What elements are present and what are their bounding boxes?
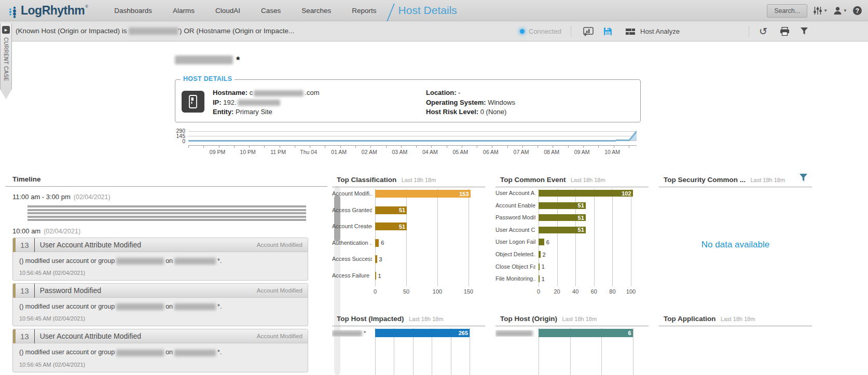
bar[interactable] xyxy=(539,263,540,270)
bar[interactable]: 102 xyxy=(539,190,633,197)
label-suffix: * xyxy=(362,330,366,336)
bar[interactable] xyxy=(539,239,544,245)
panel-title: Top Classification xyxy=(337,176,396,184)
bar[interactable]: 51 xyxy=(539,227,586,233)
y-axis-label: 0 xyxy=(182,138,185,144)
description-text: on xyxy=(166,257,173,265)
event-card[interactable]: 13User Account Attribute ModifiedAccount… xyxy=(12,329,308,372)
event-classification: Account Modified xyxy=(257,287,302,294)
nav-item-cloudai[interactable]: CloudAI xyxy=(215,7,240,15)
print-icon[interactable] xyxy=(780,21,790,41)
gridline xyxy=(594,189,595,286)
host-fields-left: Hostname: c.comIP: 192.Entity: Primary S… xyxy=(213,88,319,117)
nav-item-alarms[interactable]: Alarms xyxy=(173,7,195,15)
bar-category-label: * xyxy=(332,330,372,337)
event-title: Password Modified xyxy=(40,286,257,295)
add-chart-icon[interactable] xyxy=(583,21,594,41)
nav-item-searches[interactable]: Searches xyxy=(301,7,331,15)
top-classification-panel: Top Classification Last 18h 18m 05010015… xyxy=(332,171,485,306)
axis-tick xyxy=(386,146,387,148)
host-field: Host Risk Level: 0 (None) xyxy=(426,107,515,117)
current-case-tab[interactable]: ▶ CURRENT CASE xyxy=(0,23,12,99)
event-card[interactable]: 13User Account Attribute ModifiedAccount… xyxy=(12,238,308,281)
filter-funnel-icon[interactable] xyxy=(801,21,808,41)
bar-category-label: User Logon Fail... xyxy=(495,239,535,245)
field-value: - xyxy=(457,89,461,96)
layout-grid-icon xyxy=(626,28,636,35)
expand-icon[interactable]: ▶ xyxy=(2,26,10,34)
nav-item-dashboards[interactable]: Dashboards xyxy=(114,7,152,15)
panel-title: Top Common Event xyxy=(500,176,566,184)
axis-tick xyxy=(264,146,265,148)
user-menu-icon[interactable]: ▼ xyxy=(833,6,847,15)
group-time: 11:00 am - 3:00 pm xyxy=(12,193,71,201)
title-divider xyxy=(387,4,395,21)
page-title: Host Details xyxy=(398,4,457,17)
event-card-header: 13User Account Attribute ModifiedAccount… xyxy=(13,238,308,252)
axis-tick xyxy=(507,146,508,148)
bar[interactable]: 51 xyxy=(375,206,407,214)
panel-header: Top Host (Impacted) Last 18h 18m xyxy=(332,310,485,326)
axis-tick xyxy=(522,146,523,148)
redacted-text xyxy=(174,258,216,265)
event-description: () modified user account or groupon*. xyxy=(19,257,301,265)
field-label: Entity: xyxy=(213,108,233,116)
axis-tick xyxy=(280,146,280,148)
event-stripe xyxy=(27,219,306,221)
y-axis-label: 290 xyxy=(176,128,185,133)
redacted-text xyxy=(254,90,304,96)
nav-item-reports[interactable]: Reports xyxy=(352,7,376,15)
bar[interactable]: 51 xyxy=(539,202,586,209)
event-stripe xyxy=(27,212,306,214)
search-button[interactable]: Search... xyxy=(767,4,807,18)
top-nav-actions: Search... ▼ ▼ ? xyxy=(767,0,862,21)
event-timestamp: 10:56:45 AM (02/04/2021) xyxy=(19,270,301,276)
preferences-sliders-icon[interactable]: ▼ xyxy=(813,6,828,15)
collapsed-events[interactable] xyxy=(27,205,306,221)
panel-header: Top Classification Last 18h 18m xyxy=(332,171,485,187)
group-date: (02/04/2021) xyxy=(44,228,80,235)
bar[interactable] xyxy=(539,275,540,282)
bar[interactable]: 6 xyxy=(539,329,633,337)
bar[interactable]: 51 xyxy=(539,214,586,221)
axis-tick xyxy=(553,146,553,148)
top-application-panel: Top Application Last 18h 18m xyxy=(659,310,812,375)
event-card-header: 13User Account Attribute ModifiedAccount… xyxy=(13,329,308,343)
bar-category-label: Account Modifi... xyxy=(332,190,372,197)
bar[interactable]: 265 xyxy=(375,329,470,337)
undo-icon[interactable]: ↺ xyxy=(759,21,767,41)
bar[interactable] xyxy=(375,239,379,247)
connected-label: Connected xyxy=(529,27,561,35)
field-value: .com xyxy=(305,89,319,96)
question-mark-icon: ? xyxy=(853,6,862,15)
bar-category-label: Close Object Fai... xyxy=(495,263,535,270)
x-axis-label: 02 AM xyxy=(362,149,377,155)
event-title: User Account Attribute Modified xyxy=(40,241,257,249)
panel-header: Top Common Event Last 18h 18m xyxy=(495,171,649,187)
search-query[interactable]: (Known Host (Origin or Impacted) is ') O… xyxy=(16,27,294,35)
activity-line xyxy=(188,140,616,142)
save-search-icon[interactable] xyxy=(603,21,612,41)
logrhythm-logo[interactable]: LogRhythm ® xyxy=(8,1,88,20)
bar-value: 51 xyxy=(399,207,405,213)
help-icon[interactable]: ? xyxy=(853,6,862,15)
panel-period: Last 18h 18m xyxy=(571,177,605,183)
redacted-text xyxy=(238,100,280,106)
bar[interactable]: 153 xyxy=(375,190,471,198)
gridline xyxy=(188,136,637,136)
group-date: (02/04/2021) xyxy=(74,193,111,201)
host-field: Location: - xyxy=(426,88,515,98)
axis-tick xyxy=(614,146,614,148)
bar[interactable] xyxy=(375,272,376,280)
filter-funnel-icon[interactable] xyxy=(800,174,808,184)
bar[interactable] xyxy=(539,251,541,258)
host-analyze-button[interactable]: Host Analyze xyxy=(626,21,680,41)
activity-spike xyxy=(616,130,637,142)
bar[interactable]: 51 xyxy=(375,223,407,230)
nav-item-cases[interactable]: Cases xyxy=(261,7,281,15)
event-card[interactable]: 13Password ModifiedAccount Modified() mo… xyxy=(12,283,308,326)
gridline xyxy=(470,328,470,375)
panel-period: Last 18h 18m xyxy=(409,316,444,322)
bar[interactable] xyxy=(375,255,377,263)
top-security-common-event-panel: Top Security Common ... Last 18h 18m No … xyxy=(659,171,812,316)
